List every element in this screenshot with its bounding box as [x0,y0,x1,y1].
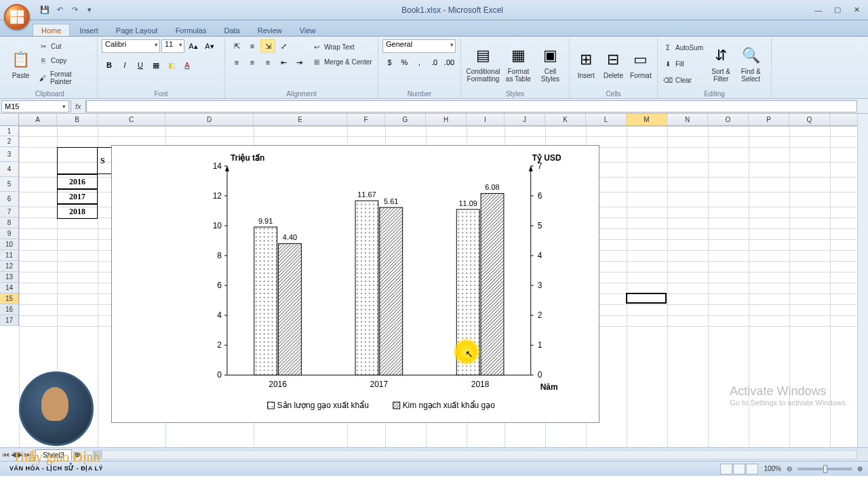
col-header-L[interactable]: L [586,114,627,125]
indent-dec-button[interactable]: ⇤ [276,56,291,69]
row-header-3[interactable]: 3 [0,147,18,162]
close-button[interactable]: ✕ [848,4,865,16]
font-color-button[interactable]: A [180,58,195,72]
horizontal-scrollbar[interactable] [85,450,857,460]
row-header-11[interactable]: 11 [0,250,18,261]
number-format-combo[interactable]: General [382,39,456,53]
underline-button[interactable]: U [133,58,148,72]
col-header-N[interactable]: N [667,114,708,125]
format-cells-button[interactable]: ▭Format [629,39,653,88]
insert-cells-button[interactable]: ⊞Insert [574,39,598,88]
align-top-button[interactable]: ⇱ [229,39,244,53]
format-as-table-button[interactable]: ▦Format as Table [504,39,533,88]
col-header-C[interactable]: C [98,114,165,125]
cell-styles-button[interactable]: ▣Cell Styles [536,39,565,88]
minimize-button[interactable]: — [810,4,827,16]
new-sheet-button[interactable]: ⊕ [75,451,80,458]
autosum-button[interactable]: ΣAutoSum [662,42,705,53]
cell-b5[interactable]: 2017 [57,189,98,204]
col-header-F[interactable]: F [347,114,385,125]
row-header-13[interactable]: 13 [0,272,18,283]
qat-more-icon[interactable]: ▾ [84,5,95,16]
page-layout-view-button[interactable] [733,464,745,474]
page-break-view-button[interactable] [746,464,758,474]
row-header-7[interactable]: 7 [0,207,18,218]
col-header-Q[interactable]: Q [789,114,830,125]
sort-filter-button[interactable]: ⇵Sort & Filter [707,39,734,88]
percent-button[interactable]: % [397,56,412,69]
office-button[interactable] [4,4,30,30]
row-header-15[interactable]: 15 [0,293,18,304]
col-header-G[interactable]: G [385,114,426,125]
col-header-J[interactable]: J [505,114,545,125]
fill-color-button[interactable]: ◧ [164,58,179,72]
col-header-K[interactable]: K [545,114,586,125]
currency-button[interactable]: $ [382,56,397,69]
tab-view[interactable]: View [292,24,324,36]
col-header-O[interactable]: O [708,114,749,125]
zoom-in-button[interactable]: ⊕ [857,465,863,472]
tab-data[interactable]: Data [216,24,248,36]
fx-icon[interactable]: fx [71,100,86,113]
dec-decimal-button[interactable]: .00 [442,56,456,69]
tab-review[interactable]: Review [250,24,290,36]
row-header-4[interactable]: 4 [0,162,18,177]
bold-button[interactable]: B [102,58,117,72]
find-select-button[interactable]: 🔍Find & Select [737,39,764,88]
row-header-6[interactable]: 6 [0,192,18,207]
inc-decimal-button[interactable]: .0 [427,56,441,69]
orientation-button[interactable]: ⤢ [276,39,291,53]
select-all-corner[interactable] [0,114,19,125]
col-header-P[interactable]: P [749,114,789,125]
shrink-font-button[interactable]: A▾ [202,39,217,53]
row-header-10[interactable]: 10 [0,239,18,250]
row-header-12[interactable]: 12 [0,261,18,272]
embedded-chart[interactable]: 0246810121401234567Triệu tấnTỷ USDNăm9.9… [111,145,599,423]
grow-font-button[interactable]: A▴ [186,39,201,53]
col-header-A[interactable]: A [19,114,57,125]
align-bottom-button[interactable]: ⇲ [260,39,275,53]
align-left-button[interactable]: ≡ [229,56,244,69]
font-size-combo[interactable]: 11 [161,39,184,53]
save-icon[interactable]: 💾 [39,5,50,16]
clear-button[interactable]: ⌫Clear [662,75,705,85]
border-button[interactable]: ▦ [149,58,163,72]
col-header-E[interactable]: E [254,114,347,125]
italic-button[interactable]: I [117,58,132,72]
normal-view-button[interactable] [720,464,732,474]
align-center-button[interactable]: ≡ [245,56,260,69]
paste-button[interactable]: 📋Paste [7,39,35,88]
align-middle-button[interactable]: ≡ [245,39,260,53]
maximize-button[interactable]: ▢ [829,4,846,16]
zoom-slider[interactable] [797,468,852,470]
row-header-5[interactable]: 5 [0,177,18,192]
conditional-formatting-button[interactable]: ▤Conditional Formatting [465,39,501,88]
formula-input[interactable] [86,100,857,113]
tab-home[interactable]: Home [33,24,70,36]
copy-button[interactable]: ⎘Copy [37,56,93,66]
row-header-14[interactable]: 14 [0,283,18,293]
merge-center-button[interactable]: ⊞Merge & Center [311,56,374,67]
align-right-button[interactable]: ≡ [260,56,275,69]
cell-b3[interactable] [57,147,98,174]
tab-formulas[interactable]: Formulas [167,24,215,36]
wrap-text-button[interactable]: ↩Wrap Text [311,41,374,52]
undo-icon[interactable]: ↶ [54,5,65,16]
spreadsheet-grid[interactable]: ABCDEFGHIJKLMNOPQ 1234567891011121314151… [0,114,868,447]
vertical-scrollbar[interactable] [857,114,868,447]
col-header-B[interactable]: B [57,114,98,125]
sheet-nav[interactable]: ⏮◀▶⏭ [0,451,34,458]
delete-cells-button[interactable]: ⊟Delete [601,39,625,88]
format-painter-button[interactable]: 🖌Format Painter [37,70,93,86]
comma-button[interactable]: , [412,56,427,69]
cut-button[interactable]: ✂Cut [37,41,93,52]
cell-b4[interactable]: 2016 [57,174,98,189]
row-header-8[interactable]: 8 [0,218,18,228]
col-header-D[interactable]: D [165,114,254,125]
name-box[interactable]: M15▾ [1,100,69,113]
fill-button[interactable]: ⬇Fill [662,58,705,69]
col-header-H[interactable]: H [426,114,467,125]
redo-icon[interactable]: ↷ [69,5,80,16]
col-header-M[interactable]: M [627,114,667,125]
sheet-tab[interactable]: Sheet3 [35,449,72,460]
